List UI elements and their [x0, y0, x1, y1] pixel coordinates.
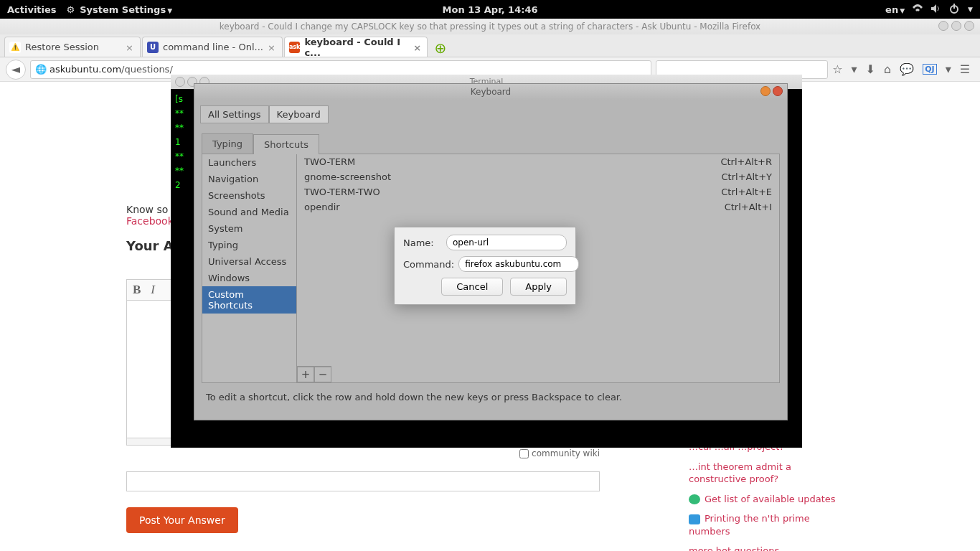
close-icon[interactable]: × [268, 42, 278, 52]
breadcrumb-all-settings[interactable]: All Settings [200, 105, 269, 123]
home-icon[interactable]: ⌂ [884, 62, 891, 76]
gear-icon: ⚙ [67, 4, 77, 14]
window-button[interactable] [175, 77, 185, 87]
category-windows[interactable]: Windows [202, 270, 296, 286]
tab-label: Restore Session [25, 42, 99, 52]
close-button[interactable] [773, 86, 783, 96]
firefox-window-title: keyboard - Could I change my CAPSLOCK ke… [0, 19, 980, 34]
category-custom-shortcuts[interactable]: Custom Shortcuts [202, 286, 296, 314]
hot-question-link[interactable]: Printing the n'th prime numbers [689, 512, 847, 537]
svg-rect-1 [953, 4, 955, 9]
category-system[interactable]: System [202, 220, 296, 237]
new-tab-button[interactable]: ⊕ [432, 39, 449, 57]
category-sound-media[interactable]: Sound and Media [202, 204, 296, 220]
shortcut-row[interactable]: TWO-TERMCtrl+Alt+R [297, 154, 779, 169]
bold-button[interactable]: B [133, 283, 141, 297]
community-wiki-checkbox[interactable] [519, 449, 529, 458]
italic-button[interactable]: I [151, 283, 155, 297]
tab-label: command line - Onl... [163, 42, 263, 52]
terminal-output: [s ** ** 1 ** ** 2 [175, 92, 184, 192]
chevron-down-icon[interactable]: ▾ [946, 62, 951, 76]
cancel-button[interactable]: Cancel [441, 278, 503, 296]
category-screenshots[interactable]: Screenshots [202, 187, 296, 204]
gnome-top-bar: Activities ⚙ System Settings▼ Mon 13 Apr… [0, 0, 980, 19]
shortcut-row[interactable]: opendirCtrl+Alt+I [297, 199, 779, 215]
tab-label: keyboard - Could I c... [304, 37, 409, 58]
category-navigation[interactable]: Navigation [202, 171, 296, 187]
warning-icon: ⚠️ [9, 42, 21, 53]
hot-question-link[interactable]: …int theorem admit a constructive proof? [689, 461, 847, 486]
close-button[interactable] [964, 21, 974, 31]
apply-button[interactable]: Apply [510, 278, 567, 296]
globe-icon: 🌐 [35, 64, 47, 75]
clock[interactable]: Mon 13 Apr, 14:46 [443, 4, 538, 15]
chat-icon[interactable]: 💬 [900, 62, 914, 76]
wifi-icon[interactable] [912, 4, 923, 16]
tab-strip: ⚠️ Restore Session × U command line - On… [0, 34, 980, 57]
minimize-button[interactable] [938, 21, 948, 31]
text-fragment: Know so [126, 204, 168, 215]
category-typing[interactable]: Typing [202, 237, 296, 253]
shortcut-command-input[interactable] [458, 256, 579, 272]
addon-icon[interactable]: QJ [923, 64, 936, 75]
new-shortcut-dialog: Name: Command: Cancel Apply [394, 227, 576, 305]
activities-button[interactable]: Activities [7, 4, 57, 15]
bookmark-icon[interactable]: ☆ [832, 62, 842, 76]
app-menu-label: System Settings [80, 4, 166, 15]
minimize-button[interactable] [760, 86, 771, 96]
pocket-icon[interactable]: ▾ [852, 62, 857, 76]
keyboard-layout-indicator[interactable]: en▼ [885, 4, 905, 15]
site-icon: U [147, 42, 159, 53]
downloads-icon[interactable]: ⬇ [866, 62, 875, 76]
command-label: Command: [403, 259, 454, 270]
category-launchers[interactable]: Launchers [202, 154, 296, 171]
tab-shortcuts[interactable]: Shortcuts [253, 134, 319, 154]
community-wiki-label: community wiki [532, 448, 600, 458]
shortcut-row[interactable]: TWO-TERM-TWOCtrl+Alt+E [297, 184, 779, 199]
tab-command-line[interactable]: U command line - Onl... × [142, 37, 283, 57]
add-shortcut-button[interactable]: + [297, 367, 314, 382]
shortcut-name-input[interactable] [446, 235, 567, 250]
chevron-down-icon: ▼ [167, 7, 172, 14]
facebook-link[interactable]: Facebook [126, 215, 174, 227]
site-icon: ask [289, 42, 300, 53]
app-menu[interactable]: ⚙ System Settings▼ [67, 4, 173, 15]
keyboard-tabs: Typing Shortcuts [202, 133, 780, 154]
tab-keyboard-question[interactable]: ask keyboard - Could I c... × [284, 37, 428, 57]
back-button[interactable]: ◄ [6, 60, 26, 80]
shortcuts-hint: To edit a shortcut, click the row and ho… [194, 383, 787, 411]
shortcut-categories: Launchers Navigation Screenshots Sound a… [202, 154, 297, 382]
breadcrumb-keyboard[interactable]: Keyboard [269, 105, 329, 123]
hot-question-link[interactable]: Get list of available updates [689, 493, 847, 506]
remove-shortcut-button[interactable]: − [314, 367, 331, 382]
close-icon[interactable]: × [126, 42, 136, 52]
url-path: /questions/ [121, 64, 173, 75]
hot-questions-sidebar: …cal …all …project? …int theorem admit a… [689, 441, 847, 551]
keyboard-titlebar: Keyboard [194, 84, 787, 100]
maximize-button[interactable] [951, 21, 961, 31]
breadcrumb: All SettingsKeyboard [194, 100, 787, 129]
keyboard-title-text: Keyboard [471, 87, 511, 97]
name-label: Name: [403, 237, 442, 248]
menu-icon[interactable]: ☰ [960, 62, 970, 76]
volume-icon[interactable] [930, 4, 942, 16]
tab-restore-session[interactable]: ⚠️ Restore Session × [4, 37, 141, 57]
shortcut-row[interactable]: gnome-screenshotCtrl+Alt+Y [297, 169, 779, 184]
window-title-text: keyboard - Could I change my CAPSLOCK ke… [220, 22, 760, 32]
more-hot-questions-link[interactable]: more hot questions [689, 545, 847, 551]
close-icon[interactable]: × [413, 42, 423, 52]
tab-typing[interactable]: Typing [202, 133, 253, 154]
category-universal-access[interactable]: Universal Access [202, 253, 296, 270]
power-icon[interactable] [949, 4, 959, 16]
url-host: askubuntu.com [50, 64, 121, 75]
post-answer-button[interactable]: Post Your Answer [126, 507, 238, 533]
tag-input[interactable] [126, 471, 600, 491]
chevron-down-icon: ▼ [968, 6, 973, 13]
